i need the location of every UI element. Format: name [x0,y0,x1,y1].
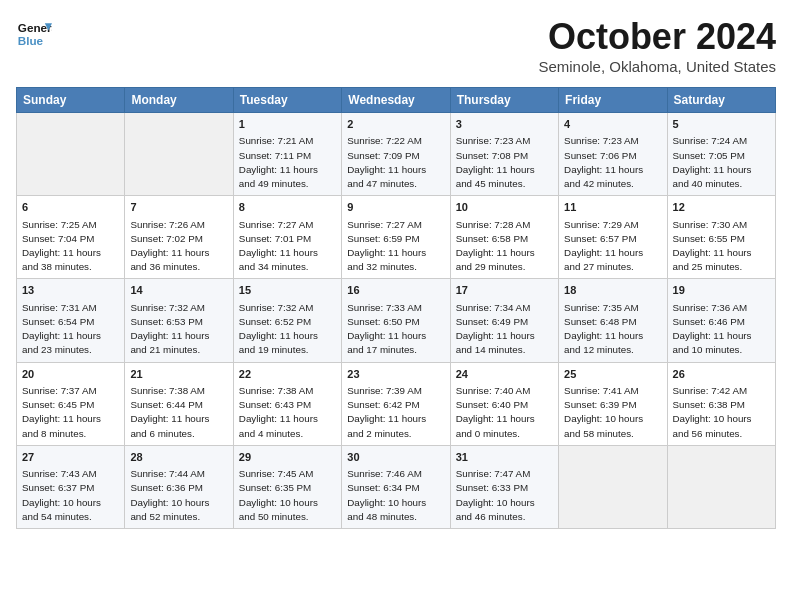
calendar-cell: 9Sunrise: 7:27 AM Sunset: 6:59 PM Daylig… [342,196,450,279]
day-number: 3 [456,117,553,132]
day-number: 18 [564,283,661,298]
column-header-sunday: Sunday [17,88,125,113]
day-info: Sunrise: 7:40 AM Sunset: 6:40 PM Dayligh… [456,384,553,441]
calendar-cell: 8Sunrise: 7:27 AM Sunset: 7:01 PM Daylig… [233,196,341,279]
calendar-cell [17,113,125,196]
svg-text:General: General [18,21,52,34]
day-info: Sunrise: 7:24 AM Sunset: 7:05 PM Dayligh… [673,134,770,191]
day-number: 4 [564,117,661,132]
day-number: 12 [673,200,770,215]
day-info: Sunrise: 7:46 AM Sunset: 6:34 PM Dayligh… [347,467,444,524]
day-number: 20 [22,367,119,382]
day-info: Sunrise: 7:21 AM Sunset: 7:11 PM Dayligh… [239,134,336,191]
calendar-cell: 20Sunrise: 7:37 AM Sunset: 6:45 PM Dayli… [17,362,125,445]
day-number: 5 [673,117,770,132]
calendar-cell: 24Sunrise: 7:40 AM Sunset: 6:40 PM Dayli… [450,362,558,445]
day-info: Sunrise: 7:30 AM Sunset: 6:55 PM Dayligh… [673,218,770,275]
day-info: Sunrise: 7:38 AM Sunset: 6:44 PM Dayligh… [130,384,227,441]
calendar-cell [559,445,667,528]
day-info: Sunrise: 7:36 AM Sunset: 6:46 PM Dayligh… [673,301,770,358]
day-info: Sunrise: 7:26 AM Sunset: 7:02 PM Dayligh… [130,218,227,275]
calendar-cell: 26Sunrise: 7:42 AM Sunset: 6:38 PM Dayli… [667,362,775,445]
week-row-2: 6Sunrise: 7:25 AM Sunset: 7:04 PM Daylig… [17,196,776,279]
calendar-cell: 19Sunrise: 7:36 AM Sunset: 6:46 PM Dayli… [667,279,775,362]
day-info: Sunrise: 7:25 AM Sunset: 7:04 PM Dayligh… [22,218,119,275]
calendar-cell: 5Sunrise: 7:24 AM Sunset: 7:05 PM Daylig… [667,113,775,196]
calendar-cell: 4Sunrise: 7:23 AM Sunset: 7:06 PM Daylig… [559,113,667,196]
day-info: Sunrise: 7:29 AM Sunset: 6:57 PM Dayligh… [564,218,661,275]
day-number: 6 [22,200,119,215]
column-header-friday: Friday [559,88,667,113]
day-number: 2 [347,117,444,132]
day-number: 22 [239,367,336,382]
calendar-cell: 10Sunrise: 7:28 AM Sunset: 6:58 PM Dayli… [450,196,558,279]
day-info: Sunrise: 7:22 AM Sunset: 7:09 PM Dayligh… [347,134,444,191]
day-number: 10 [456,200,553,215]
day-number: 15 [239,283,336,298]
calendar-cell: 18Sunrise: 7:35 AM Sunset: 6:48 PM Dayli… [559,279,667,362]
logo: General Blue [16,16,52,52]
day-info: Sunrise: 7:39 AM Sunset: 6:42 PM Dayligh… [347,384,444,441]
day-number: 21 [130,367,227,382]
day-info: Sunrise: 7:32 AM Sunset: 6:53 PM Dayligh… [130,301,227,358]
day-number: 7 [130,200,227,215]
day-number: 30 [347,450,444,465]
calendar-cell: 27Sunrise: 7:43 AM Sunset: 6:37 PM Dayli… [17,445,125,528]
calendar-cell [125,113,233,196]
calendar-cell: 21Sunrise: 7:38 AM Sunset: 6:44 PM Dayli… [125,362,233,445]
calendar-cell: 14Sunrise: 7:32 AM Sunset: 6:53 PM Dayli… [125,279,233,362]
day-number: 28 [130,450,227,465]
day-info: Sunrise: 7:31 AM Sunset: 6:54 PM Dayligh… [22,301,119,358]
day-info: Sunrise: 7:47 AM Sunset: 6:33 PM Dayligh… [456,467,553,524]
day-info: Sunrise: 7:37 AM Sunset: 6:45 PM Dayligh… [22,384,119,441]
title-block: October 2024 Seminole, Oklahoma, United … [538,16,776,75]
day-number: 31 [456,450,553,465]
day-number: 25 [564,367,661,382]
week-row-3: 13Sunrise: 7:31 AM Sunset: 6:54 PM Dayli… [17,279,776,362]
calendar-cell: 16Sunrise: 7:33 AM Sunset: 6:50 PM Dayli… [342,279,450,362]
calendar-cell: 31Sunrise: 7:47 AM Sunset: 6:33 PM Dayli… [450,445,558,528]
day-info: Sunrise: 7:23 AM Sunset: 7:08 PM Dayligh… [456,134,553,191]
column-header-thursday: Thursday [450,88,558,113]
day-number: 14 [130,283,227,298]
logo-icon: General Blue [16,16,52,52]
day-info: Sunrise: 7:23 AM Sunset: 7:06 PM Dayligh… [564,134,661,191]
calendar-header-row: SundayMondayTuesdayWednesdayThursdayFrid… [17,88,776,113]
day-info: Sunrise: 7:32 AM Sunset: 6:52 PM Dayligh… [239,301,336,358]
calendar-cell: 28Sunrise: 7:44 AM Sunset: 6:36 PM Dayli… [125,445,233,528]
day-number: 13 [22,283,119,298]
calendar-cell: 2Sunrise: 7:22 AM Sunset: 7:09 PM Daylig… [342,113,450,196]
day-number: 9 [347,200,444,215]
calendar-cell: 6Sunrise: 7:25 AM Sunset: 7:04 PM Daylig… [17,196,125,279]
day-info: Sunrise: 7:33 AM Sunset: 6:50 PM Dayligh… [347,301,444,358]
day-info: Sunrise: 7:44 AM Sunset: 6:36 PM Dayligh… [130,467,227,524]
calendar-cell: 3Sunrise: 7:23 AM Sunset: 7:08 PM Daylig… [450,113,558,196]
day-info: Sunrise: 7:28 AM Sunset: 6:58 PM Dayligh… [456,218,553,275]
day-number: 26 [673,367,770,382]
calendar-cell: 25Sunrise: 7:41 AM Sunset: 6:39 PM Dayli… [559,362,667,445]
column-header-saturday: Saturday [667,88,775,113]
week-row-1: 1Sunrise: 7:21 AM Sunset: 7:11 PM Daylig… [17,113,776,196]
subtitle: Seminole, Oklahoma, United States [538,58,776,75]
calendar-cell: 17Sunrise: 7:34 AM Sunset: 6:49 PM Dayli… [450,279,558,362]
day-info: Sunrise: 7:38 AM Sunset: 6:43 PM Dayligh… [239,384,336,441]
calendar-table: SundayMondayTuesdayWednesdayThursdayFrid… [16,87,776,529]
day-info: Sunrise: 7:43 AM Sunset: 6:37 PM Dayligh… [22,467,119,524]
svg-text:Blue: Blue [18,34,44,47]
day-number: 27 [22,450,119,465]
week-row-5: 27Sunrise: 7:43 AM Sunset: 6:37 PM Dayli… [17,445,776,528]
main-title: October 2024 [538,16,776,58]
calendar-cell: 11Sunrise: 7:29 AM Sunset: 6:57 PM Dayli… [559,196,667,279]
day-number: 16 [347,283,444,298]
calendar-cell: 22Sunrise: 7:38 AM Sunset: 6:43 PM Dayli… [233,362,341,445]
column-header-wednesday: Wednesday [342,88,450,113]
day-info: Sunrise: 7:41 AM Sunset: 6:39 PM Dayligh… [564,384,661,441]
day-number: 19 [673,283,770,298]
day-info: Sunrise: 7:27 AM Sunset: 6:59 PM Dayligh… [347,218,444,275]
day-number: 23 [347,367,444,382]
calendar-cell: 12Sunrise: 7:30 AM Sunset: 6:55 PM Dayli… [667,196,775,279]
day-info: Sunrise: 7:27 AM Sunset: 7:01 PM Dayligh… [239,218,336,275]
calendar-cell: 23Sunrise: 7:39 AM Sunset: 6:42 PM Dayli… [342,362,450,445]
page-header: General Blue October 2024 Seminole, Okla… [16,16,776,75]
calendar-cell [667,445,775,528]
